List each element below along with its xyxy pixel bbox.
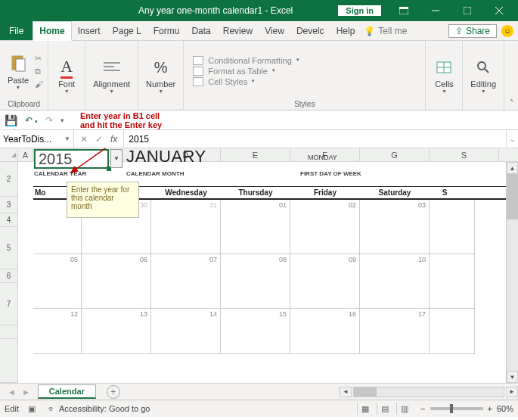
cell-styles-button[interactable]: Cell Styles▾ — [193, 77, 255, 86]
formula-input[interactable]: 2015 — [124, 130, 506, 148]
paste-button[interactable]: Paste ▼ — [5, 51, 32, 92]
day-cell[interactable]: 03 — [360, 200, 430, 254]
prev-sheet-icon[interactable]: ◄ — [8, 387, 16, 397]
collapse-ribbon-icon[interactable]: ˄ — [504, 41, 518, 110]
day-cell[interactable]: 01 — [221, 200, 290, 254]
alignment-button[interactable]: Alignment▼ — [90, 55, 133, 95]
share-button[interactable]: ⇪Share — [448, 24, 497, 38]
sheet-tab-active[interactable]: Calendar — [38, 384, 96, 399]
undo-icon[interactable]: ↶ ▾ — [25, 115, 38, 126]
redo-icon[interactable]: ↷ — [45, 115, 53, 126]
year-dropdown-icon[interactable]: ▼ — [110, 149, 123, 168]
worksheet-grid[interactable]: ◢ A B C D E F G S 2 3 4 5 6 7 2015 ▼ JAN… — [0, 148, 518, 383]
zoom-level[interactable]: 60% — [497, 404, 513, 413]
cell-b1-year[interactable]: 2015 — [34, 149, 109, 169]
day-cell[interactable]: 02 — [290, 200, 360, 254]
tab-page-layout[interactable]: Page L — [107, 21, 147, 40]
cell-area[interactable]: 2015 ▼ JANUARY CALENDAR YEAR CALENDAR MO… — [18, 148, 518, 383]
day-cell[interactable]: 16 — [290, 309, 360, 354]
next-sheet-icon[interactable]: ► — [22, 387, 30, 397]
font-button[interactable]: A Font▼ — [53, 55, 80, 95]
day-cell[interactable]: 06 — [82, 254, 151, 309]
cut-icon[interactable]: ✂ — [35, 54, 43, 64]
editing-button[interactable]: Editing▼ — [467, 55, 499, 95]
save-icon[interactable]: 💾 — [5, 114, 17, 126]
day-cell[interactable]: 07 — [151, 254, 221, 309]
day-cell[interactable]: 08 — [221, 254, 290, 309]
tab-formulas[interactable]: Formu — [147, 21, 186, 40]
row-3[interactable]: 3 — [0, 197, 18, 213]
day-cell[interactable]: 17 — [360, 309, 430, 354]
tell-me[interactable]: 💡 Tell me — [364, 21, 407, 40]
scroll-track[interactable] — [507, 174, 518, 371]
number-button[interactable]: % Number▼ — [143, 55, 178, 95]
tab-data[interactable]: Data — [185, 21, 216, 40]
scroll-up-icon[interactable]: ▲ — [507, 162, 518, 174]
cells-button[interactable]: Cells▼ — [430, 55, 458, 95]
hscroll-track[interactable] — [353, 387, 504, 397]
row-9[interactable] — [0, 339, 18, 383]
tab-developer[interactable]: Develc — [290, 21, 330, 40]
row-5[interactable]: 5 — [0, 227, 18, 269]
zoom-slider[interactable] — [430, 407, 483, 410]
tab-help[interactable]: Help — [330, 21, 361, 40]
minimize-icon[interactable] — [420, 0, 451, 21]
cancel-formula-icon[interactable]: ✕ — [80, 134, 88, 145]
accessibility-status[interactable]: ᯤ Accessibility: Good to go — [48, 404, 150, 413]
day-cell[interactable]: 15 — [221, 309, 290, 354]
format-as-table-button[interactable]: Format as Table▾ — [193, 67, 275, 76]
new-sheet-icon[interactable]: + — [107, 385, 120, 399]
row-8[interactable] — [0, 325, 18, 339]
ribbon-tabs: File Home Insert Page L Formu Data Revie… — [0, 21, 518, 41]
day-cell[interactable] — [430, 200, 475, 254]
scroll-right-icon[interactable]: ► — [506, 387, 518, 397]
row-7[interactable]: 7 — [0, 283, 18, 325]
name-box[interactable]: YearToDis... ▼ — [0, 130, 74, 148]
page-break-view-icon[interactable]: ▥ — [396, 403, 411, 415]
zoom-in-icon[interactable]: + — [488, 404, 492, 413]
scroll-thumb[interactable] — [507, 174, 518, 219]
scroll-left-icon[interactable]: ◄ — [340, 387, 352, 397]
day-cell[interactable]: 10 — [360, 254, 430, 309]
conditional-formatting-button[interactable]: Conditional Formatting▾ — [193, 56, 299, 65]
zoom-out-icon[interactable]: − — [420, 404, 425, 413]
week-row-2: 05 06 07 08 09 10 — [33, 254, 518, 309]
expand-formula-bar-icon[interactable]: ⌄ — [506, 130, 518, 148]
chevron-down-icon: ▾ — [252, 78, 255, 84]
zoom-thumb[interactable] — [450, 404, 453, 413]
row-6[interactable]: 6 — [0, 269, 18, 283]
day-cell[interactable]: 14 — [151, 309, 221, 354]
scroll-down-icon[interactable]: ▼ — [507, 371, 518, 383]
hscroll-thumb[interactable] — [354, 387, 377, 397]
tab-review[interactable]: Review — [217, 21, 259, 40]
normal-view-icon[interactable]: ▦ — [357, 403, 372, 415]
copy-icon[interactable]: ⧉ — [35, 67, 43, 76]
page-layout-view-icon[interactable]: ▤ — [377, 403, 392, 415]
feedback-icon[interactable]: ☺ — [501, 25, 513, 37]
day-cell[interactable]: 05 — [33, 254, 82, 309]
tab-file[interactable]: File — [0, 21, 33, 40]
tab-home[interactable]: Home — [33, 21, 71, 41]
tab-insert[interactable]: Insert — [72, 21, 107, 40]
day-cell[interactable]: 12 — [33, 309, 82, 354]
formula-value: 2015 — [129, 134, 149, 145]
day-cell[interactable] — [430, 309, 475, 354]
day-cell[interactable]: 09 — [290, 254, 360, 309]
tab-view[interactable]: View — [259, 21, 290, 40]
customize-qat-icon[interactable]: ▾ — [60, 117, 64, 124]
enter-formula-icon[interactable]: ✓ — [95, 134, 103, 145]
format-painter-icon[interactable]: 🖌 — [35, 79, 43, 89]
day-cell[interactable]: 13 — [82, 309, 151, 354]
fx-icon[interactable]: fx — [110, 134, 117, 145]
close-icon[interactable] — [483, 0, 515, 21]
signin-button[interactable]: Sign in — [337, 5, 382, 17]
row-2[interactable]: 2 — [0, 162, 18, 197]
macro-record-icon[interactable]: ▣ — [28, 404, 36, 414]
ribbon-display-options-icon[interactable] — [388, 0, 420, 21]
vertical-scrollbar[interactable]: ▲ ▼ — [506, 162, 518, 383]
day-cell[interactable] — [430, 254, 475, 309]
row-4[interactable]: 4 — [0, 213, 18, 227]
maximize-icon[interactable] — [451, 0, 483, 21]
day-cell[interactable]: 31 — [151, 200, 221, 254]
select-all-icon[interactable]: ◢ — [0, 148, 18, 161]
